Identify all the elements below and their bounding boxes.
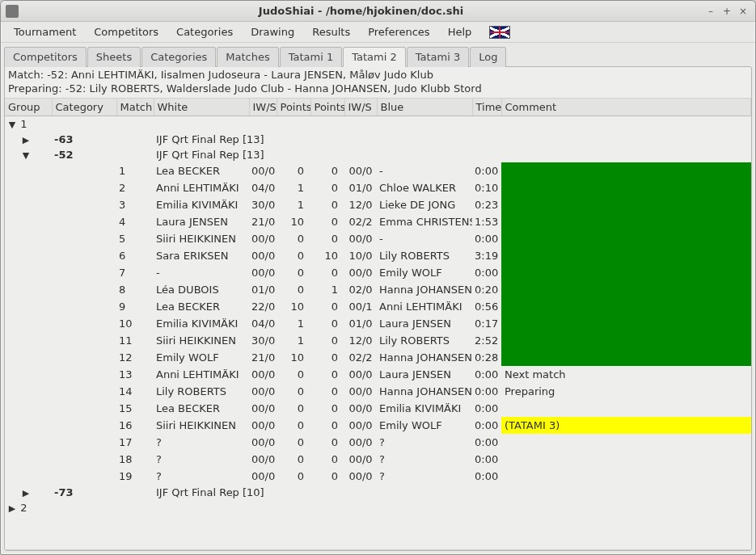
table-row[interactable]: 18?00/00000/0?0:00: [5, 451, 751, 468]
cell-white: Lea BECKER: [154, 298, 249, 315]
table-row[interactable]: 4Laura JENSEN21/010002/2Emma CHRISTENSEN…: [5, 213, 751, 230]
tab-sheets[interactable]: Sheets: [87, 47, 141, 67]
col-iws1[interactable]: IW/S: [249, 99, 277, 116]
table-row[interactable]: 5Siiri HEIKKINEN00/00000/0-0:00: [5, 230, 751, 247]
cell-points-white: 0: [277, 366, 310, 383]
menu-preferences[interactable]: Preferences: [360, 23, 437, 40]
table-header-row[interactable]: Group Category Match White IW/S Points P…: [5, 99, 751, 116]
menu-drawing[interactable]: Drawing: [243, 23, 302, 40]
cell-points-blue: 0: [310, 468, 344, 485]
category-row[interactable]: ▶ -63 IJF Qrt Final Rep [13]: [5, 132, 751, 147]
menu-categories[interactable]: Categories: [168, 23, 241, 40]
col-iws2[interactable]: IW/S: [344, 99, 377, 116]
cell-comment: [501, 213, 751, 230]
group-row[interactable]: ▶ 2: [5, 500, 751, 515]
table-row[interactable]: 14Lily ROBERTS00/00000/0Hanna JOHANSEN0:…: [5, 383, 751, 400]
flag-icon[interactable]: [489, 26, 510, 39]
cell-comment: [501, 196, 751, 213]
table-row[interactable]: 15Lea BECKER00/00000/0Emilia KIVIMÄKI0:0…: [5, 400, 751, 417]
tab-matches[interactable]: Matches: [217, 47, 278, 67]
expander-icon[interactable]: ▶: [21, 135, 31, 145]
menu-competitors[interactable]: Competitors: [86, 23, 167, 40]
table-row[interactable]: 2Anni LEHTIMÄKI04/01001/0Chloe WALKER0:1…: [5, 179, 751, 196]
close-button[interactable]: ×: [736, 5, 750, 18]
tab-tatami-3[interactable]: Tatami 3: [407, 47, 470, 67]
tab-log[interactable]: Log: [470, 47, 506, 67]
cell-comment: [501, 434, 751, 451]
col-blue[interactable]: Blue: [377, 99, 472, 116]
table-row[interactable]: 13Anni LEHTIMÄKI00/00000/0Laura JENSEN0:…: [5, 366, 751, 383]
table-row[interactable]: 8Léa DUBOIS01/00102/0Hanna JOHANSEN0:20: [5, 281, 751, 298]
status-preparing: Preparing: -52: Lily ROBERTS, Walderslad…: [8, 82, 748, 96]
cell-iws-blue: 10/0: [344, 247, 377, 264]
expander-icon[interactable]: ▼: [21, 150, 31, 161]
matches-table-scroll[interactable]: Group Category Match White IW/S Points P…: [5, 98, 751, 550]
table-row[interactable]: 19?00/00000/0?0:00: [5, 468, 751, 485]
group-label: 1: [20, 118, 27, 130]
table-row[interactable]: 6Sara ERIKSEN00/001010/0Lily ROBERTS3:19: [5, 247, 751, 264]
expander-icon[interactable]: ▶: [21, 488, 31, 498]
cell-comment: [501, 162, 751, 179]
cell-white: Anni LEHTIMÄKI: [154, 366, 249, 383]
app-icon: [6, 5, 19, 18]
tab-tatami-2[interactable]: Tatami 2: [343, 47, 406, 67]
cell-iws-blue: 00/0: [344, 434, 377, 451]
table-row[interactable]: 17?00/00000/0?0:00: [5, 434, 751, 451]
cell-points-white: 10: [277, 298, 310, 315]
cell-points-white: 0: [277, 264, 310, 281]
cell-points-white: 0: [277, 417, 310, 434]
cell-match: 1: [116, 162, 154, 179]
cell-comment: [501, 281, 751, 298]
cell-blue: Lily ROBERTS: [377, 332, 472, 349]
cell-iws-blue: 01/0: [344, 179, 377, 196]
col-time[interactable]: Time: [472, 99, 501, 116]
cell-iws-white: 30/0: [249, 196, 277, 213]
maximize-button[interactable]: +: [720, 5, 734, 18]
category-row[interactable]: ▼ -52 IJF Qrt Final Rep [13]: [5, 147, 751, 162]
cell-iws-white: 04/0: [249, 179, 277, 196]
table-row[interactable]: 7-00/00000/0Emily WOLF0:00: [5, 264, 751, 281]
titlebar[interactable]: JudoShiai - /home/hjokinen/doc.shi – + ×: [1, 1, 755, 22]
cell-iws-blue: 00/0: [344, 366, 377, 383]
cell-match: 12: [116, 349, 154, 366]
expander-icon[interactable]: ▶: [7, 503, 17, 514]
cell-match: 7: [116, 264, 154, 281]
col-category[interactable]: Category: [52, 99, 116, 116]
col-match[interactable]: Match: [116, 99, 154, 116]
cell-comment: [501, 179, 751, 196]
table-row[interactable]: 10Emilia KIVIMÄKI04/01001/0Laura JENSEN0…: [5, 315, 751, 332]
cell-comment: [501, 349, 751, 366]
table-row[interactable]: 16Siiri HEIKKINEN00/00000/0Emily WOLF0:0…: [5, 417, 751, 434]
tab-tatami-1[interactable]: Tatami 1: [280, 47, 343, 67]
col-points2[interactable]: Points: [310, 99, 344, 116]
cell-blue: Hanna JOHANSEN: [377, 281, 472, 298]
group-row[interactable]: ▼ 1: [5, 116, 751, 132]
table-row[interactable]: 12Emily WOLF21/010002/2Hanna JOHANSEN0:2…: [5, 349, 751, 366]
col-group[interactable]: Group: [5, 99, 52, 116]
menu-tournament[interactable]: Tournament: [6, 23, 84, 40]
cell-blue: Lily ROBERTS: [377, 247, 472, 264]
cell-white: Siiri HEIKKINEN: [154, 417, 249, 434]
table-row[interactable]: 1Lea BECKER00/00000/0-0:00: [5, 162, 751, 179]
cell-iws-blue: 00/0: [344, 400, 377, 417]
cell-time: 0:00: [472, 400, 501, 417]
table-row[interactable]: 3Emilia KIVIMÄKI30/01012/0Lieke DE JONG0…: [5, 196, 751, 213]
category-row[interactable]: ▶ -73 IJF Qrt Final Rep [10]: [5, 485, 751, 500]
cell-match: 17: [116, 434, 154, 451]
table-row[interactable]: 11Siiri HEIKKINEN30/01012/0Lily ROBERTS2…: [5, 332, 751, 349]
cell-points-blue: 0: [310, 417, 344, 434]
tab-categories[interactable]: Categories: [141, 47, 216, 67]
minimize-button[interactable]: –: [703, 5, 718, 18]
cell-comment: [501, 230, 751, 247]
cell-blue: ?: [377, 451, 472, 468]
menu-help[interactable]: Help: [440, 23, 480, 40]
cell-points-white: 0: [277, 247, 310, 264]
cell-iws-white: 04/0: [249, 315, 277, 332]
menu-results[interactable]: Results: [304, 23, 358, 40]
col-points1[interactable]: Points: [277, 99, 310, 116]
tab-competitors[interactable]: Competitors: [4, 47, 87, 67]
col-comment[interactable]: Comment: [501, 99, 751, 116]
expander-icon[interactable]: ▼: [7, 120, 17, 130]
table-row[interactable]: 9Lea BECKER22/010000/1Anni LEHTIMÄKI0:56: [5, 298, 751, 315]
col-white[interactable]: White: [154, 99, 249, 116]
